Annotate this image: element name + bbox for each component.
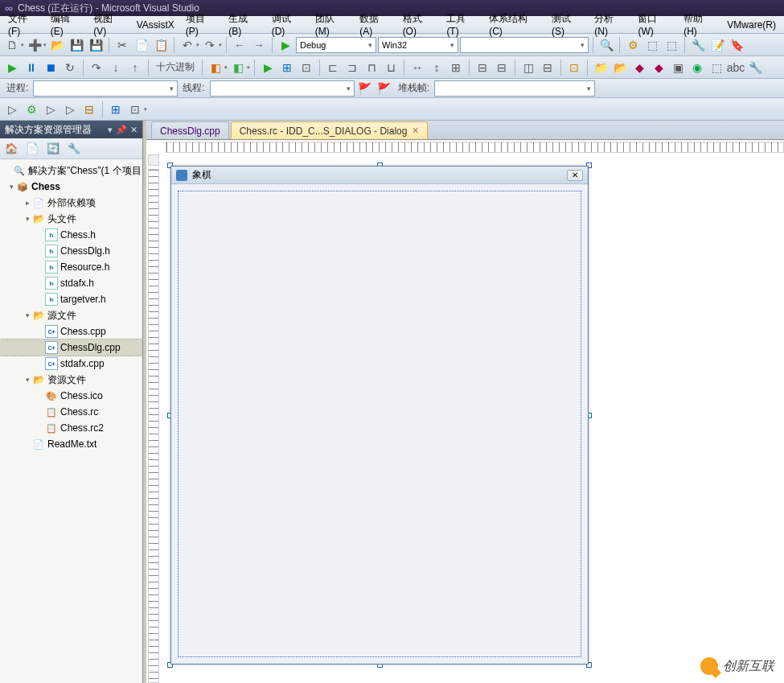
file-chess-rc2[interactable]: Chess.rc2 — [0, 420, 142, 436]
menu-format[interactable]: 格式(O) — [398, 10, 441, 39]
file-chess-cpp[interactable]: Chess.cpp — [0, 323, 142, 339]
de-btn3-icon[interactable]: ▷ — [42, 101, 60, 118]
center-h-icon[interactable]: ◫ — [519, 59, 537, 76]
process-combo[interactable] — [33, 80, 178, 97]
menu-analyze[interactable]: 分析(N) — [589, 10, 631, 39]
folder-icon[interactable]: 📁 — [592, 59, 610, 76]
new-project-icon[interactable]: 🗋 — [3, 36, 21, 54]
toggle-icon[interactable]: ⊡ — [298, 59, 315, 76]
ext2-icon[interactable]: ⬚ — [663, 36, 680, 54]
file-chess-rc[interactable]: Chess.rc — [0, 404, 142, 420]
center-v-icon[interactable]: ⊟ — [539, 59, 556, 76]
restart-icon[interactable]: ↻ — [61, 59, 79, 76]
continue-icon[interactable]: ▶ — [3, 59, 21, 76]
sources-folder[interactable]: 源文件 — [0, 307, 142, 323]
menu-build[interactable]: 生成(B) — [224, 10, 265, 39]
menu-tools[interactable]: 工具(T) — [441, 10, 482, 39]
dialog-selection-frame[interactable]: 象棋 ✕ — [170, 166, 589, 664]
wrench-icon[interactable]: 🔧 — [746, 59, 764, 76]
save-icon[interactable]: 💾 — [68, 36, 85, 54]
size-v-icon[interactable]: ↕ — [428, 59, 445, 76]
dialog-designer[interactable]: 象棋 ✕ — [146, 140, 784, 683]
de-btn1-icon[interactable]: ▷ — [3, 101, 21, 118]
nav-back-icon[interactable]: ← — [231, 36, 248, 54]
settings-icon[interactable]: ⚙ — [624, 36, 642, 54]
space-h-icon[interactable]: ⊟ — [474, 59, 491, 76]
menu-arch[interactable]: 体系结构(C) — [484, 10, 545, 39]
size-h-icon[interactable]: ↔ — [408, 59, 426, 76]
file-chess-h[interactable]: Chess.h — [0, 227, 142, 243]
properties-icon[interactable]: 🔧 — [66, 141, 82, 157]
space-v-icon[interactable]: ⊟ — [493, 59, 511, 76]
step-into-icon[interactable]: ↓ — [107, 59, 125, 76]
menu-debug[interactable]: 调试(D) — [267, 10, 309, 39]
cut-icon[interactable]: ✂ — [113, 36, 131, 54]
tab-chess-rc-dialog[interactable]: Chess.rc - IDD_C...S_DIALOG - Dialog ✕ — [231, 121, 429, 139]
al-left-icon[interactable]: ⊏ — [324, 59, 342, 76]
stop-icon[interactable]: ⏹ — [42, 59, 60, 76]
pause-icon[interactable]: ⏸ — [23, 59, 40, 76]
folder2-icon[interactable]: 📂 — [611, 59, 629, 76]
menu-data[interactable]: 数据(A) — [355, 10, 396, 39]
tool-a-icon[interactable]: ◧ — [207, 59, 224, 76]
tool-b-icon[interactable]: ◧ — [229, 59, 247, 76]
menu-test[interactable]: 测试(S) — [547, 10, 588, 39]
menu-file[interactable]: 文件(F) — [3, 10, 44, 39]
solution-node[interactable]: 解决方案"Chess"(1 个项目 — [0, 163, 142, 179]
misc3-icon[interactable]: 🔖 — [728, 36, 745, 54]
tab-chessdlg-cpp[interactable]: ChessDlg.cpp — [151, 121, 229, 139]
project-node[interactable]: Chess — [0, 179, 142, 195]
misc2-icon[interactable]: 📝 — [708, 36, 726, 54]
dialog-client-area[interactable] — [178, 191, 581, 657]
file-readme-txt[interactable]: ReadMe.txt — [0, 436, 142, 452]
start-debug-icon[interactable]: ▶ — [277, 36, 294, 54]
headers-folder[interactable]: 头文件 — [0, 211, 142, 227]
flag1-icon[interactable]: 🚩 — [356, 80, 374, 97]
ext-icon[interactable]: ⬚ — [643, 36, 661, 54]
mark3-icon[interactable]: ▣ — [669, 59, 687, 76]
menu-window[interactable]: 窗口(W) — [633, 10, 677, 39]
de-btn4-icon[interactable]: ▷ — [61, 101, 79, 118]
bound-icon[interactable]: ⊡ — [565, 59, 583, 76]
align-icon[interactable]: ▶ — [259, 59, 277, 76]
platform-combo[interactable]: Win32 — [378, 37, 458, 53]
file-chessdlg-cpp[interactable]: ChessDlg.cpp — [0, 339, 142, 356]
paste-icon[interactable]: 📋 — [152, 36, 170, 54]
abc-icon[interactable]: abc — [727, 59, 745, 76]
show-all-icon[interactable]: 📄 — [24, 141, 40, 157]
target-combo[interactable] — [460, 37, 589, 53]
dropdown-icon[interactable]: ▾ — [108, 125, 113, 135]
de-btn7-icon[interactable]: ⊡ — [126, 101, 144, 118]
menu-vassist[interactable]: VAssistX — [132, 18, 179, 32]
file-chess-ico[interactable]: Chess.ico — [0, 388, 142, 404]
menu-project[interactable]: 项目(P) — [181, 10, 222, 39]
menu-help[interactable]: 帮助(H) — [679, 10, 720, 39]
copy-icon[interactable]: 📄 — [133, 36, 150, 54]
mark5-icon[interactable]: ⬚ — [708, 59, 725, 76]
redo-icon[interactable]: ↷ — [201, 36, 219, 54]
mark1-icon[interactable]: ◆ — [630, 59, 648, 76]
open-file-icon[interactable]: 📂 — [48, 36, 66, 54]
hex-label[interactable]: 十六进制 — [156, 60, 195, 74]
stack-combo[interactable] — [434, 80, 595, 97]
nav-fwd-icon[interactable]: → — [250, 36, 268, 54]
pin-icon[interactable]: 📌 — [116, 125, 127, 135]
flag2-icon[interactable]: 🚩 — [376, 80, 393, 97]
find-icon[interactable]: 🔍 — [597, 36, 615, 54]
menu-vmware[interactable]: VMware(R) — [722, 18, 781, 32]
tab-close-icon[interactable]: ✕ — [412, 125, 419, 136]
al-top-icon[interactable]: ⊓ — [363, 59, 380, 76]
file-targetver-h[interactable]: targetver.h — [0, 291, 142, 307]
file-resource-h[interactable]: Resource.h — [0, 259, 142, 275]
grid-icon[interactable]: ⊞ — [278, 59, 296, 76]
dialog-close-button[interactable]: ✕ — [567, 170, 583, 181]
menu-team[interactable]: 团队(M) — [310, 10, 353, 39]
refresh-icon[interactable]: 🔄 — [45, 141, 61, 157]
al-bot-icon[interactable]: ⊔ — [382, 59, 400, 76]
de-btn5-icon[interactable]: ⊟ — [80, 101, 98, 118]
dialog-window[interactable]: 象棋 ✕ — [170, 166, 589, 664]
thread-combo[interactable] — [210, 80, 355, 97]
add-item-icon[interactable]: ➕ — [26, 36, 43, 54]
resources-folder[interactable]: 资源文件 — [0, 372, 142, 388]
file-stdafx-cpp[interactable]: stdafx.cpp — [0, 356, 142, 372]
